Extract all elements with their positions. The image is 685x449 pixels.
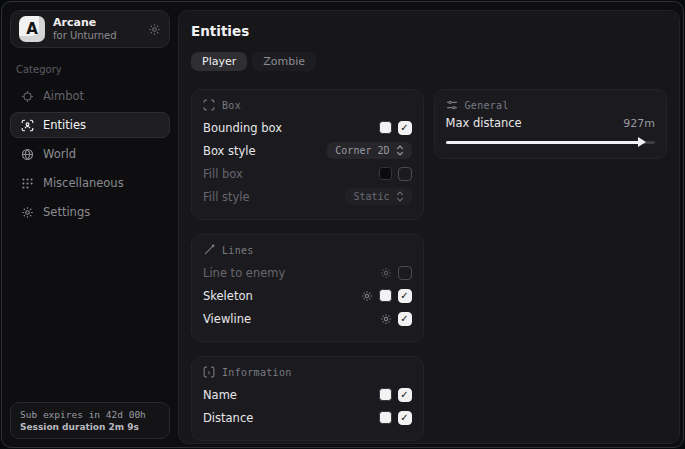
distance-checkbox[interactable] (398, 411, 412, 425)
information-section-card: Information Name Distance (191, 356, 424, 441)
setting-row-bounding-box: Bounding box (203, 116, 412, 139)
setting-label: Max distance (446, 116, 624, 130)
sidebar-item-world[interactable]: World (10, 141, 170, 167)
globe-icon (20, 148, 34, 161)
info-tag-icon (203, 366, 215, 378)
skeleton-gear-icon[interactable] (361, 290, 373, 302)
color-swatch[interactable] (379, 121, 392, 134)
setting-row-max-distance: Max distance 927m (446, 116, 655, 130)
subscription-card: Sub expires in 42d 00h Session duration … (10, 402, 170, 439)
general-section-card: General Max distance 927m (434, 89, 667, 159)
line-to-enemy-checkbox[interactable] (398, 266, 412, 280)
sidebar-item-label: Aimbot (43, 89, 84, 103)
setting-row-name: Name (203, 383, 412, 406)
tab-player[interactable]: Player (191, 52, 247, 71)
brand-settings-icon[interactable] (148, 23, 161, 36)
setting-row-distance: Distance (203, 406, 412, 429)
section-title: General (465, 100, 509, 111)
lines-section-card: Lines Line to enemy (191, 234, 424, 342)
bounding-box-checkbox[interactable] (398, 121, 412, 135)
viewline-gear-icon[interactable] (380, 313, 392, 325)
sidebar-item-entities[interactable]: Entities (10, 112, 170, 138)
setting-row-skeleton: Skeleton (203, 284, 412, 307)
tab-zombie[interactable]: Zombie (252, 52, 316, 71)
setting-label: Box style (203, 144, 327, 158)
crosshair-icon (20, 90, 34, 103)
category-label: Category (16, 64, 164, 75)
section-title: Box (222, 100, 241, 111)
page-title: Entities (191, 23, 667, 39)
sidebar-item-label: Entities (43, 118, 86, 132)
brand-card: A Arcane for Unturned (10, 10, 170, 48)
setting-label: Fill style (203, 190, 345, 204)
slider-thumb-arrow-icon[interactable] (638, 137, 646, 147)
brand-title: Arcane (53, 17, 140, 30)
dropdown-value: Corner 2D (335, 145, 389, 156)
setting-row-fill-box: Fill box (203, 162, 412, 185)
diagonal-line-icon (203, 244, 215, 256)
max-distance-slider[interactable] (446, 137, 655, 147)
tab-bar: Player Zombie (191, 52, 667, 71)
setting-label: Fill box (203, 167, 379, 181)
chevron-up-down-icon (396, 191, 404, 202)
sidebar: A Arcane for Unturned Category Aimbot (2, 2, 178, 447)
setting-label: Skeleton (203, 289, 361, 303)
section-title: Information (222, 367, 292, 378)
fill-style-dropdown[interactable]: Static (345, 188, 411, 205)
setting-row-line-to-enemy: Line to enemy (203, 261, 412, 284)
fill-box-checkbox[interactable] (398, 167, 412, 181)
grid-dots-icon (20, 177, 34, 190)
box-corners-icon (203, 99, 215, 111)
sub-expiry-text: Sub expires in 42d 00h (20, 409, 160, 420)
session-duration-text: Session duration 2m 9s (20, 422, 160, 432)
entities-scan-icon (20, 119, 34, 132)
setting-label: Name (203, 388, 379, 402)
gear-icon (20, 206, 34, 219)
sidebar-item-settings[interactable]: Settings (10, 199, 170, 225)
brand-subtitle: for Unturned (53, 30, 140, 42)
setting-label: Bounding box (203, 121, 379, 135)
section-title: Lines (222, 245, 254, 256)
color-swatch[interactable] (379, 167, 392, 180)
sidebar-item-label: World (43, 147, 76, 161)
app-window: A Arcane for Unturned Category Aimbot (1, 1, 684, 448)
sidebar-item-aimbot[interactable]: Aimbot (10, 83, 170, 109)
slider-fill (446, 141, 640, 144)
main-panel: Entities Player Zombie Box (178, 10, 680, 444)
sidebar-item-label: Miscellaneous (43, 176, 124, 190)
sidebar-nav: Aimbot Entities World (10, 83, 170, 225)
setting-row-box-style: Box style Corner 2D (203, 139, 412, 162)
viewline-checkbox[interactable] (398, 312, 412, 326)
line-to-enemy-gear-icon[interactable] (380, 267, 392, 279)
setting-label: Line to enemy (203, 266, 380, 280)
chevron-up-down-icon (396, 145, 404, 156)
box-section-card: Box Bounding box Box style Cor (191, 89, 424, 220)
name-checkbox[interactable] (398, 388, 412, 402)
setting-label: Distance (203, 411, 379, 425)
setting-row-viewline: Viewline (203, 307, 412, 330)
setting-label: Viewline (203, 312, 380, 326)
sidebar-item-label: Settings (43, 205, 90, 219)
box-style-dropdown[interactable]: Corner 2D (327, 142, 411, 159)
color-swatch[interactable] (379, 388, 392, 401)
setting-row-fill-style: Fill style Static (203, 185, 412, 208)
dropdown-value: Static (353, 191, 389, 202)
skeleton-checkbox[interactable] (398, 289, 412, 303)
app-logo: A (19, 16, 45, 42)
color-swatch[interactable] (379, 289, 392, 302)
color-swatch[interactable] (379, 411, 392, 424)
sidebar-item-miscellaneous[interactable]: Miscellaneous (10, 170, 170, 196)
max-distance-value: 927m (623, 117, 655, 130)
sliders-icon (446, 99, 458, 111)
